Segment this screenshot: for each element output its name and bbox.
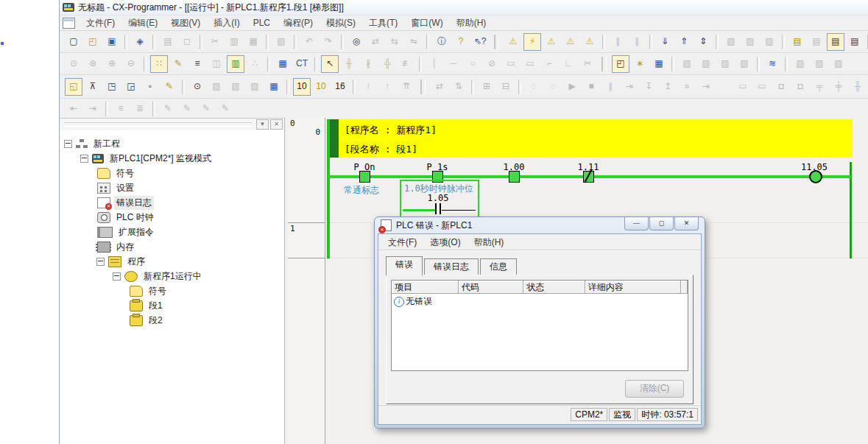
context-help-button[interactable]: ⇖? <box>471 33 489 51</box>
ladder-view-button[interactable]: ▥ <box>227 55 244 73</box>
monitor-window-1-button[interactable]: ▨ <box>208 78 225 96</box>
new-coil-button[interactable]: ○ <box>464 55 481 73</box>
monitor-2-button[interactable]: ▨ <box>741 33 759 51</box>
clear-button[interactable]: 清除(C) <box>625 380 684 398</box>
workspace-close-button[interactable]: ✕ <box>270 119 283 130</box>
go-previous-jump-button[interactable]: ↑ <box>359 78 377 96</box>
continuous-step-button[interactable]: » <box>678 78 696 96</box>
comment-button[interactable]: ✎ <box>169 55 187 73</box>
save-button[interactable]: ▣ <box>103 33 121 51</box>
menu-file[interactable]: 文件(F) <box>80 18 121 28</box>
step-out-button[interactable]: ↥ <box>659 78 677 96</box>
contact-1-00[interactable] <box>509 171 520 183</box>
tree-item-programs[interactable]: 程序 <box>60 254 284 269</box>
compile-program-button[interactable]: ⚠ <box>504 33 522 51</box>
tree-expander-icon[interactable] <box>113 272 121 281</box>
forced-status-button[interactable]: ◘ <box>772 78 790 96</box>
about-button[interactable]: ⓘ <box>433 33 451 51</box>
cross-reference-button[interactable]: ◲ <box>122 78 140 96</box>
redo-button[interactable]: ↷ <box>320 33 337 51</box>
table-column-header[interactable]: 代码 <box>459 281 523 294</box>
mnemonic-view-button[interactable]: ∴ <box>246 55 264 73</box>
change-all-button[interactable]: ⇋ <box>405 33 423 51</box>
corner-button[interactable]: ∟ <box>560 55 577 73</box>
delete-line-button[interactable]: ✂ <box>579 55 596 73</box>
force-off-button[interactable]: ▧ <box>697 55 715 73</box>
compare-program-button[interactable]: ⊞ <box>478 78 495 96</box>
symbol-table-button[interactable]: ▦ <box>274 55 292 73</box>
find-next-button[interactable]: ⇆ <box>386 33 403 51</box>
cut-button[interactable]: ✂ <box>206 33 224 51</box>
online-edit-cancel-button[interactable]: ✎ <box>197 100 215 118</box>
plc-memory-2-button[interactable]: ▭ <box>753 78 771 96</box>
program-mode-button[interactable]: ▤ <box>788 33 806 51</box>
differential-trace-1-button[interactable]: ╤ <box>811 78 828 96</box>
address-reference-button[interactable]: ⊙ <box>188 78 206 96</box>
compile-check-button[interactable]: ◈ <box>131 33 149 51</box>
dialog-menu-file[interactable]: 文件(F) <box>381 237 423 247</box>
split-window-button[interactable]: ◫ <box>208 55 225 73</box>
instruction-button[interactable]: ▭ <box>502 55 520 73</box>
calendar-button[interactable]: ▦ <box>650 55 668 73</box>
differential-trace-3-button[interactable]: ╫ <box>849 78 867 96</box>
monitor-window-3-button[interactable]: ▨ <box>246 78 264 96</box>
menu-edit[interactable]: 编辑(E) <box>121 18 164 28</box>
watch-window-button[interactable]: ◳ <box>103 78 121 96</box>
paste-button[interactable]: ▦ <box>244 33 262 51</box>
mdi-child-icon[interactable] <box>63 18 75 29</box>
help-button[interactable]: ? <box>452 33 470 51</box>
output-coil-11-05[interactable] <box>809 170 822 183</box>
or-closed-contact-button[interactable]: ≢ <box>398 55 415 73</box>
print-preview-button[interactable]: ◻ <box>178 33 196 51</box>
zoom-tool-button[interactable]: ⊙ <box>65 55 82 73</box>
monitor-1-button[interactable]: ▨ <box>722 33 740 51</box>
monitor-decimal-button[interactable]: 10 <box>293 78 311 96</box>
menu-window[interactable]: 窗口(W) <box>404 18 449 28</box>
transfer-from-plc-button[interactable]: ⇅ <box>450 78 467 96</box>
zoom-out-button[interactable]: ⊖ <box>122 55 140 73</box>
horizontal-line-button[interactable]: ─ <box>445 55 462 73</box>
menu-view[interactable]: 视图(V) <box>164 18 207 28</box>
monitor-hex-button[interactable]: 16 <box>331 78 349 96</box>
tab-error-log[interactable]: 错误日志 <box>424 258 479 275</box>
io-table-button[interactable]: ▦ <box>265 78 283 96</box>
dialog-menu-options[interactable]: 选项(O) <box>423 237 467 247</box>
differential-trace-2-button[interactable]: ╪ <box>830 78 847 96</box>
properties-button[interactable]: ✎ <box>160 78 178 96</box>
title-bar[interactable]: 无标题 - CX-Programmer - [[运行中] - 新PLC1.新程序… <box>60 0 868 15</box>
branch-contact-bar[interactable] <box>440 203 441 214</box>
tree-item-error-log[interactable]: 错误日志 <box>60 195 284 210</box>
monitor-window-2-button[interactable]: ▨ <box>227 78 244 96</box>
dialog-maximize-button[interactable]: ◻ <box>649 217 674 230</box>
open-button[interactable]: ◰ <box>84 33 102 51</box>
dialog-close-button[interactable]: ✕ <box>674 217 699 230</box>
rung-comment-button[interactable]: ≣ <box>131 100 149 118</box>
rung-comment-banner[interactable]: [程序名 : 新程序1] [段名称 : 段1] <box>339 119 853 158</box>
go-next-jump-button[interactable]: ↑ <box>378 78 396 96</box>
tab-messages[interactable]: 信息 <box>480 258 517 275</box>
force-on-button[interactable]: ▧ <box>678 55 696 73</box>
undo-button[interactable]: ↶ <box>300 33 318 51</box>
block-comment-button[interactable]: ≡ <box>112 100 130 118</box>
menu-program[interactable]: 编程(P) <box>277 18 320 28</box>
table-column-header[interactable]: 状态 <box>523 281 585 294</box>
online-edit-release-button[interactable]: ✎ <box>216 100 234 118</box>
workspace-grip[interactable] <box>64 122 252 127</box>
print-button[interactable]: ▤ <box>159 33 177 51</box>
zoom-fit-button[interactable]: ⊛ <box>84 55 102 73</box>
plc-memory-1-button[interactable]: ▭ <box>734 78 752 96</box>
branch-contact-bar[interactable] <box>435 203 437 214</box>
compare-with-plc-button[interactable]: ⇕ <box>694 33 712 51</box>
table-column-header[interactable]: 项目 <box>392 281 459 294</box>
replace-button[interactable]: ⇄ <box>367 33 384 51</box>
tree-expander-icon[interactable] <box>80 155 88 163</box>
online-compile-button[interactable]: ⚡ <box>523 33 541 51</box>
error-table[interactable]: 项目代码状态详细内容 i 无错误 <box>391 280 688 371</box>
io-comment-button[interactable]: CT <box>293 55 311 73</box>
tree-item-plc-clock[interactable]: PLC 时钟 <box>60 210 284 225</box>
partial-transfer-button[interactable]: ⊟ <box>497 78 515 96</box>
tab-errors[interactable]: 错误 <box>386 256 423 275</box>
copy-button[interactable]: ▥ <box>225 33 243 51</box>
workspace-dropdown-button[interactable]: ▼ <box>256 119 269 130</box>
local-window-button[interactable]: ▫ <box>141 78 159 96</box>
